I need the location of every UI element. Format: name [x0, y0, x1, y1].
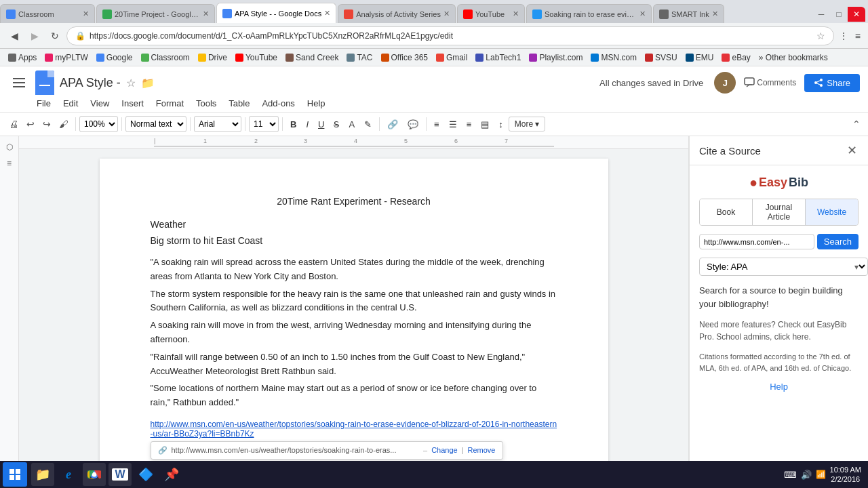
- text-color-button[interactable]: A: [344, 117, 359, 131]
- tray-icon-volume[interactable]: 🔊: [801, 470, 812, 480]
- tab-youtube[interactable]: YouTube ✕: [457, 4, 525, 23]
- menu-format[interactable]: Format: [151, 96, 189, 110]
- tab-close-analysis[interactable]: ✕: [443, 9, 450, 18]
- tab-close-smartink[interactable]: ✕: [712, 9, 718, 18]
- tray-icon-network[interactable]: 📶: [816, 470, 826, 479]
- print-button[interactable]: 🖨: [5, 117, 22, 131]
- comment-button[interactable]: 💬: [403, 117, 422, 131]
- justify-button[interactable]: ▤: [477, 117, 493, 131]
- tab-close-apastyle[interactable]: ✕: [324, 9, 330, 18]
- font-select[interactable]: Arial: [194, 116, 241, 132]
- panel-close-button[interactable]: ✕: [846, 143, 859, 158]
- source-type-website[interactable]: Website: [806, 199, 858, 225]
- tab-soaking[interactable]: Soaking rain to erase evid... ✕: [526, 4, 652, 23]
- taskbar-ie[interactable]: e: [57, 463, 80, 486]
- hamburger-menu[interactable]: [8, 78, 30, 87]
- tab-close-soaking[interactable]: ✕: [639, 9, 646, 18]
- strikethrough-button[interactable]: S̶: [330, 117, 343, 131]
- star-doc-icon[interactable]: ☆: [126, 77, 136, 89]
- extensions-button[interactable]: ⋮: [837, 28, 850, 43]
- text-style-select[interactable]: Normal text: [125, 116, 186, 132]
- tab-close[interactable]: ✕: [83, 9, 89, 18]
- menu-file[interactable]: File: [31, 96, 56, 110]
- bm-svsu[interactable]: SVSU: [641, 52, 682, 63]
- tab-close-youtube[interactable]: ✕: [513, 9, 519, 18]
- bm-msn[interactable]: MSN.com: [587, 52, 641, 63]
- folder-icon[interactable]: 📁: [141, 77, 155, 89]
- maximize-button[interactable]: □: [830, 7, 848, 22]
- redo-button[interactable]: ↪: [39, 117, 54, 131]
- reload-button[interactable]: ↻: [46, 27, 64, 45]
- bm-labtech[interactable]: LabTech1: [471, 52, 525, 63]
- menu-insert[interactable]: Insert: [116, 96, 149, 110]
- italic-button[interactable]: I: [302, 117, 313, 131]
- tab-classroom[interactable]: Classroom ✕: [0, 4, 95, 23]
- user-avatar[interactable]: J: [714, 72, 736, 94]
- bm-drive[interactable]: Drive: [194, 52, 231, 63]
- star-icon[interactable]: ☆: [816, 30, 825, 41]
- tab-close-20time[interactable]: ✕: [203, 9, 209, 18]
- bm-classroom[interactable]: Classroom: [137, 52, 194, 63]
- taskbar-word[interactable]: W: [108, 463, 132, 486]
- undo-button[interactable]: ↩: [23, 117, 38, 131]
- search-input[interactable]: [699, 234, 814, 249]
- settings-button[interactable]: ≡: [853, 28, 863, 43]
- underline-button[interactable]: U: [314, 117, 328, 131]
- line-spacing-button[interactable]: ↕: [494, 117, 507, 131]
- sidebar-toggle[interactable]: ⬡: [4, 140, 15, 154]
- bm-ebay[interactable]: eBay: [717, 52, 754, 63]
- back-button[interactable]: ◀: [5, 27, 23, 45]
- zoom-select[interactable]: 100%: [79, 116, 118, 132]
- format-paint-button[interactable]: 🖌: [56, 117, 72, 131]
- font-size-select[interactable]: 11: [249, 116, 279, 132]
- bm-office365[interactable]: Office 365: [377, 52, 432, 63]
- bm-tac[interactable]: TAC: [342, 52, 376, 63]
- bm-other[interactable]: » Other bookmarks: [755, 52, 832, 63]
- link-button[interactable]: 🔗: [383, 117, 402, 131]
- collapse-toolbar-button[interactable]: ⌃: [850, 117, 863, 131]
- align-center-button[interactable]: ☰: [445, 117, 461, 131]
- forward-button[interactable]: ▶: [26, 27, 43, 45]
- help-link[interactable]: Help: [699, 382, 859, 392]
- align-left-button[interactable]: ≡: [430, 117, 443, 131]
- bm-playlist[interactable]: Playlist.com: [525, 52, 587, 63]
- taskbar-file-explorer[interactable]: 📁: [31, 463, 54, 486]
- bm-sandcreek[interactable]: Sand Creek: [281, 52, 342, 63]
- menu-help[interactable]: Help: [302, 96, 331, 110]
- tab-apastyle[interactable]: APA Style - - Google Docs ✕: [216, 3, 336, 23]
- tab-20time[interactable]: 20Time Project - Google D... ✕: [96, 4, 215, 23]
- bm-apps[interactable]: Apps: [4, 52, 41, 63]
- source-type-book[interactable]: Book: [700, 199, 753, 225]
- highlight-button[interactable]: ✎: [360, 117, 376, 131]
- tooltip-remove-link[interactable]: Remove: [468, 446, 496, 454]
- tab-analysis[interactable]: Analysis of Activity Series ✕: [338, 4, 456, 23]
- bm-youtube[interactable]: YouTube: [231, 52, 281, 63]
- tab-smartink[interactable]: SMART Ink ✕: [653, 4, 724, 23]
- menu-addons[interactable]: Add-ons: [256, 96, 300, 110]
- menu-table[interactable]: Table: [223, 96, 255, 110]
- bm-emu[interactable]: EMU: [682, 52, 718, 63]
- comments-button[interactable]: Comments: [741, 75, 799, 91]
- doc-link[interactable]: http://www.msn.com/en-us/weather/topstor…: [151, 420, 557, 439]
- address-bar[interactable]: 🔒 https://docs.google.com/document/d/1_C…: [66, 26, 834, 45]
- menu-tools[interactable]: Tools: [191, 96, 222, 110]
- start-button[interactable]: [3, 462, 27, 487]
- taskbar-unknown2[interactable]: 📌: [160, 463, 183, 486]
- bold-button[interactable]: B: [286, 117, 300, 131]
- minimize-button[interactable]: ─: [812, 7, 830, 22]
- bm-mypltw[interactable]: myPLTW: [41, 52, 92, 63]
- align-right-button[interactable]: ≡: [462, 117, 476, 131]
- share-button[interactable]: Share: [804, 74, 860, 92]
- bm-gmail[interactable]: Gmail: [432, 52, 471, 63]
- search-button[interactable]: Search: [817, 234, 859, 249]
- menu-view[interactable]: View: [85, 96, 115, 110]
- bm-google[interactable]: Google: [92, 52, 137, 63]
- close-button[interactable]: ✕: [848, 7, 865, 22]
- taskbar-unknown1[interactable]: 🔷: [134, 463, 157, 486]
- menu-edit[interactable]: Edit: [58, 96, 83, 110]
- source-type-journal[interactable]: Journal Article: [753, 199, 806, 225]
- tooltip-change-link[interactable]: Change: [431, 446, 458, 454]
- taskbar-chrome[interactable]: [83, 463, 106, 486]
- outline-icon[interactable]: ≡: [5, 157, 14, 170]
- style-select[interactable]: Style: APA Style: MLA Style: Chicago: [699, 258, 868, 276]
